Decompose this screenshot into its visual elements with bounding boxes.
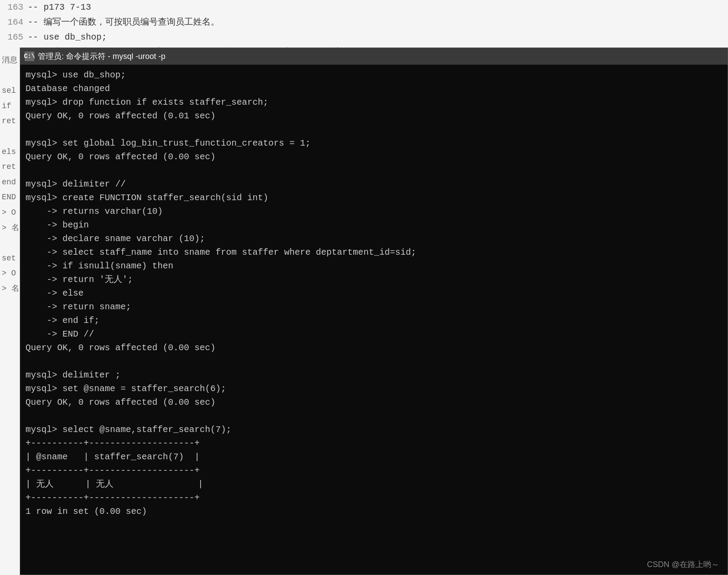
- terminal-line: [26, 355, 722, 368]
- bg-line-164: 164 -- 编写一个函数，可按职员编号查询员工姓名。: [0, 15, 728, 30]
- bg-line-163: 163 -- p173 7-13: [0, 0, 728, 15]
- terminal-line: Query OK, 0 rows affected (0.01 sec): [26, 109, 722, 123]
- terminal-line: Query OK, 0 rows affected (0.00 sec): [26, 396, 722, 409]
- terminal-line: -> return sname;: [26, 300, 722, 314]
- terminal-line: -> else: [26, 286, 722, 300]
- terminal-line: mysql> delimiter //: [26, 177, 722, 191]
- watermark: CSDN @在路上哟～: [647, 559, 719, 570]
- terminal-line: -> return '无人';: [26, 273, 722, 286]
- terminal-line: mysql> set @sname = staffer_search(6);: [26, 382, 722, 396]
- terminal-icon: C:\: [25, 51, 34, 61]
- terminal-line: [26, 409, 722, 423]
- terminal-line: -> END //: [26, 327, 722, 341]
- terminal-line: | 无人 | 无人 |: [26, 477, 722, 491]
- terminal-line: mysql> create FUNCTION staffer_search(si…: [26, 191, 722, 205]
- terminal-line: Database changed: [26, 82, 722, 95]
- terminal-title: 管理员: 命令提示符 - mysql -uroot -p: [38, 51, 165, 62]
- terminal-line: -> select staff_name into sname from sta…: [26, 245, 722, 259]
- terminal-line: Query OK, 0 rows affected (0.00 sec): [26, 150, 722, 164]
- terminal-line: +----------+--------------------+: [26, 436, 722, 450]
- sidebar-partial: 消息 sel if ret els ret end END > O > 名 se…: [0, 48, 22, 575]
- terminal-body[interactable]: mysql> use db_shop; Database changed mys…: [20, 65, 728, 575]
- bg-editor: 163 -- p173 7-13 164 -- 编写一个函数，可按职员编号查询员…: [0, 0, 728, 48]
- terminal-line: +----------+--------------------+: [26, 491, 722, 505]
- terminal-line: mysql> delimiter ;: [26, 368, 722, 382]
- terminal-line: mysql> use db_shop;: [26, 68, 722, 82]
- bg-line-165: 165 -- use db_shop;: [0, 30, 728, 45]
- terminal-line: -> end if;: [26, 314, 722, 327]
- terminal-line: -> begin: [26, 218, 722, 232]
- terminal-line: | @sname | staffer_search(7) |: [26, 450, 722, 464]
- terminal-line: +----------+--------------------+: [26, 464, 722, 477]
- terminal-line: -> declare sname varchar (10);: [26, 232, 722, 245]
- terminal-line: mysql> select @sname,staffer_search(7);: [26, 423, 722, 436]
- terminal-line: Query OK, 0 rows affected (0.00 sec): [26, 341, 722, 355]
- terminal-line: 1 row in set (0.00 sec): [26, 505, 722, 518]
- terminal-line: [26, 123, 722, 136]
- terminal-line: mysql> set global log_bin_trust_function…: [26, 136, 722, 150]
- terminal-line: -> returns varchar(10): [26, 205, 722, 218]
- terminal-line: mysql> drop function if exists staffer_s…: [26, 95, 722, 109]
- terminal-titlebar: C:\ 管理员: 命令提示符 - mysql -uroot -p: [20, 48, 728, 65]
- terminal-line: -> if isnull(sname) then: [26, 259, 722, 273]
- terminal-line: [26, 164, 722, 177]
- terminal-window: C:\ 管理员: 命令提示符 - mysql -uroot -p mysql> …: [20, 48, 728, 575]
